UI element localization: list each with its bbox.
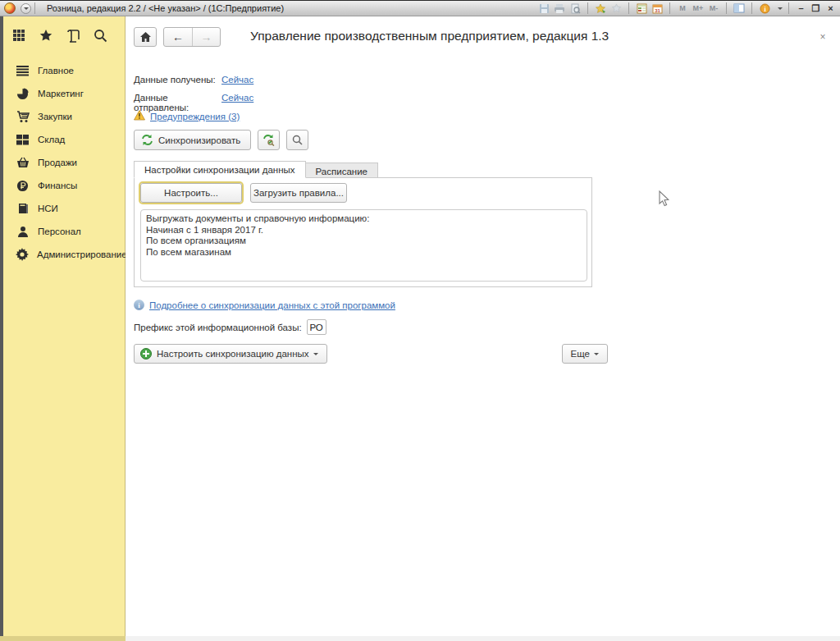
close-button[interactable]: × xyxy=(824,2,837,14)
sidebar-item-nsi[interactable]: НСИ xyxy=(3,197,125,220)
sidebar-item-zakupki[interactable]: Закупки xyxy=(3,105,125,128)
favorites-star-icon[interactable] xyxy=(39,28,53,43)
data-received-label: Данные получены: xyxy=(134,75,221,85)
sidebar-item-label: Главное xyxy=(38,66,74,76)
print-icon[interactable] xyxy=(553,2,566,15)
warehouse-grid-icon xyxy=(16,133,30,147)
dropdown-caret-icon xyxy=(313,353,318,358)
forward-button[interactable]: → xyxy=(192,28,220,46)
main-content: ← → Управление производственным предприя… xyxy=(126,16,840,636)
sidebar-item-label: Персонал xyxy=(38,227,81,236)
book-icon xyxy=(16,202,30,216)
sections-menu-icon[interactable] xyxy=(11,28,26,43)
system-menu-dropdown[interactable] xyxy=(21,3,31,14)
sidebar-item-prodazhi[interactable]: Продажи xyxy=(3,151,125,174)
prefix-label: Префикс этой информационной базы: xyxy=(134,323,302,332)
sync-settings-panel: Настроить... Загрузить правила... Выгруж… xyxy=(134,177,592,287)
sync-info-line: По всем организациям xyxy=(146,236,582,247)
sync-info-line: Начиная с 1 января 2017 г. xyxy=(146,225,582,236)
split-window-icon[interactable] xyxy=(733,2,746,15)
person-icon xyxy=(16,225,30,239)
warnings-row: Предупреждения (3) xyxy=(134,110,240,122)
cart-icon xyxy=(16,110,30,124)
add-favorite-icon[interactable] xyxy=(594,2,607,15)
svg-text:31: 31 xyxy=(655,7,660,12)
warnings-link[interactable]: Предупреждения (3) xyxy=(150,112,240,121)
history-nav: ← → xyxy=(163,27,221,47)
sidebar-item-finansy[interactable]: Финансы xyxy=(3,174,125,197)
add-plus-icon xyxy=(140,348,152,359)
sync-info-line: Выгружать документы и справочную информа… xyxy=(146,213,582,225)
sidebar-item-label: НСИ xyxy=(38,204,58,213)
sidebar-item-glavnoe[interactable]: Главное xyxy=(3,59,125,82)
restore-button[interactable]: ❐ xyxy=(810,2,822,14)
window-title: Розница, редакция 2.2 / <Не указан> / (1… xyxy=(47,3,284,13)
bottom-toolbar: Настроить синхронизацию данных Еще xyxy=(134,344,609,364)
sync-info-line: По всем магазинам xyxy=(146,247,582,259)
more-button-label: Еще xyxy=(571,349,590,359)
memory-minus-icon[interactable]: M- xyxy=(707,4,720,12)
sync-review-icon xyxy=(262,135,275,146)
dropdown-caret-icon xyxy=(594,353,599,358)
save-icon[interactable] xyxy=(537,2,550,15)
app-window: Розница, редакция 2.2 / <Не указан> / (1… xyxy=(0,0,840,641)
info-circle-icon: i xyxy=(134,300,144,310)
sync-with-review-button[interactable] xyxy=(258,130,280,150)
sidebar-item-label: Маркетинг xyxy=(38,89,84,98)
sidebar-item-administrirovanie[interactable]: Администрирование xyxy=(3,243,125,266)
sync-settings-description: Выгружать документы и справочную информа… xyxy=(140,209,587,282)
sidebar: Главное Маркетинг Закупки Склад xyxy=(3,16,126,636)
minimize-button[interactable]: – xyxy=(795,2,807,14)
load-rules-button[interactable]: Загрузить правила... xyxy=(250,183,347,203)
basket-icon xyxy=(16,156,30,170)
prefix-field[interactable]: РО xyxy=(307,319,326,335)
more-button[interactable]: Еще xyxy=(562,344,608,364)
window-bottom-edge-left xyxy=(0,636,126,641)
sidebar-item-label: Продажи xyxy=(38,158,77,167)
sync-details-link[interactable]: Подробнее о синхронизации данных с этой … xyxy=(149,300,395,310)
ruble-coin-icon xyxy=(16,179,30,193)
search-events-button[interactable] xyxy=(286,130,308,150)
page-title: Управление производственным предприятием… xyxy=(250,29,609,43)
menu-lines-icon xyxy=(16,64,30,78)
synchronize-button[interactable]: Синхронизировать xyxy=(134,130,251,150)
tab-schedule[interactable]: Расписание xyxy=(306,163,378,178)
home-button[interactable] xyxy=(134,27,157,47)
sidebar-item-personal[interactable]: Персонал xyxy=(3,220,125,243)
setup-sync-button-label: Настроить синхронизацию данных xyxy=(157,349,309,359)
sync-arrows-icon xyxy=(141,135,153,145)
setup-sync-button[interactable]: Настроить синхронизацию данных xyxy=(134,344,327,364)
pie-chart-icon xyxy=(16,87,30,101)
memory-recall-icon[interactable]: M xyxy=(676,4,689,12)
tab-sync-settings[interactable]: Настройки синхронизации данных xyxy=(134,161,306,178)
back-button[interactable]: ← xyxy=(164,28,192,46)
configure-button[interactable]: Настроить... xyxy=(140,183,242,203)
sidebar-item-sklad[interactable]: Склад xyxy=(3,128,125,151)
gear-icon xyxy=(16,248,29,262)
data-received-row: Данные получены: Сейчас xyxy=(134,75,253,85)
sidebar-menu: Главное Маркетинг Закупки Склад xyxy=(3,53,125,266)
show-in-list-icon[interactable] xyxy=(635,2,648,15)
favorites-icon[interactable] xyxy=(609,2,623,15)
search-icon[interactable] xyxy=(93,28,107,43)
magnifier-icon xyxy=(292,135,303,145)
info-dropdown-caret-icon[interactable] xyxy=(778,7,783,12)
prefix-row: Префикс этой информационной базы: РО xyxy=(134,319,326,335)
info-icon[interactable]: i xyxy=(758,2,771,15)
history-icon[interactable] xyxy=(66,28,80,43)
synchronize-button-label: Синхронизировать xyxy=(158,135,240,145)
page-close-icon[interactable]: × xyxy=(817,31,829,43)
sidebar-item-label: Закупки xyxy=(38,112,72,121)
sidebar-item-marketing[interactable]: Маркетинг xyxy=(3,82,125,105)
sidebar-item-label: Склад xyxy=(38,135,65,144)
data-received-link[interactable]: Сейчас xyxy=(221,75,253,85)
warning-triangle-icon xyxy=(134,110,145,122)
print-preview-icon[interactable] xyxy=(568,2,582,15)
memory-plus-icon[interactable]: M+ xyxy=(692,4,705,12)
sidebar-item-label: Администрирование xyxy=(37,250,127,259)
1c-app-icon xyxy=(4,2,16,14)
titlebar: Розница, редакция 2.2 / <Не указан> / (1… xyxy=(0,0,840,16)
calendar-icon[interactable]: 31 xyxy=(651,2,664,15)
tab-bar: Настройки синхронизации данных Расписани… xyxy=(134,161,378,178)
sidebar-item-label: Финансы xyxy=(38,181,77,190)
